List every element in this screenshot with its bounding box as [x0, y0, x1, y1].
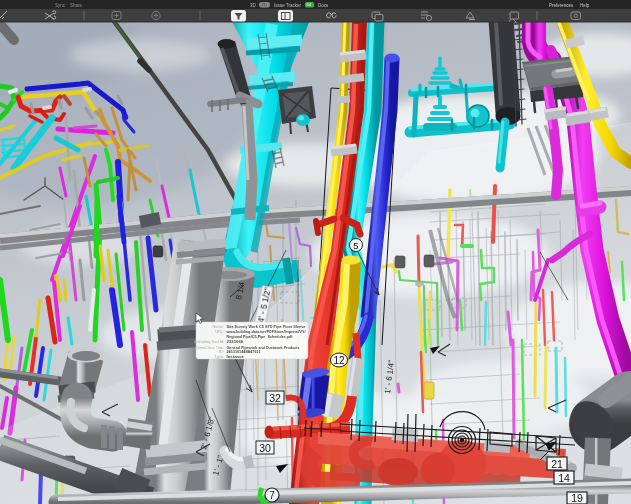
svg-text:14: 14	[558, 472, 570, 484]
svg-text:32: 32	[269, 392, 281, 404]
svg-text:7: 7	[269, 490, 275, 501]
svg-text:19: 19	[571, 492, 583, 504]
svg-text:21: 21	[551, 458, 563, 470]
svg-text:Site Survey Work C5 STD Pipe F: Site Survey Work C5 STD Pipe Floor Sleev…	[227, 324, 307, 329]
svg-text:2D: 2D	[262, 2, 267, 7]
svg-text:Type:: Type:	[214, 354, 224, 359]
svg-text:Name:: Name:	[213, 324, 224, 329]
svg-text:30: 30	[259, 442, 271, 454]
svg-text:Preferences: Preferences	[549, 3, 574, 8]
svg-text:URL:: URL:	[215, 329, 224, 334]
svg-text:64: 64	[307, 2, 312, 7]
svg-text:Sync: Sync	[55, 3, 66, 8]
svg-text:Docs: Docs	[318, 3, 329, 8]
svg-text:5: 5	[353, 240, 358, 251]
svg-text:Help: Help	[580, 3, 590, 8]
svg-text:Instance: Instance	[227, 354, 245, 359]
svg-text:3D: 3D	[250, 3, 257, 8]
svg-text:Share: Share	[70, 3, 83, 8]
svg-text:Issue Tracker: Issue Tracker	[274, 3, 302, 8]
svg-text:12: 12	[333, 355, 345, 366]
